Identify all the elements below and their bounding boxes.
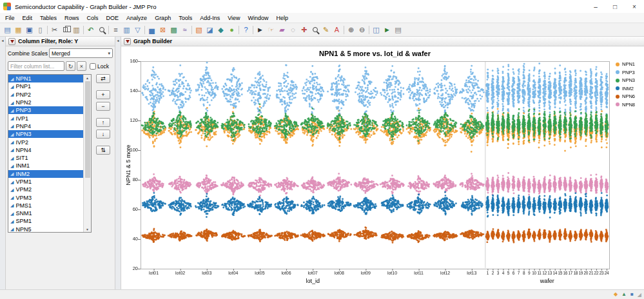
graph-panel-collapse-strip[interactable]: ◄ xyxy=(115,37,121,289)
data-filter-icon[interactable]: ▽ xyxy=(132,24,143,35)
graph-builder-red-triangle-button[interactable] xyxy=(124,38,131,45)
filter-panel-collapse-strip[interactable]: ◄ xyxy=(0,37,6,289)
menu-tables[interactable]: Tables xyxy=(36,13,61,23)
zoom-in-icon[interactable]: ⊕ xyxy=(346,24,356,35)
menu-add-ins[interactable]: Add-Ins xyxy=(196,13,224,23)
cut-icon[interactable]: ✂ xyxy=(49,24,60,35)
annotate-tool-icon[interactable]: A xyxy=(331,24,342,35)
column-item-npn4[interactable]: ◢NPN4 xyxy=(8,146,83,154)
move-up-button[interactable]: ↑ xyxy=(96,118,110,127)
legend-entry-npn8[interactable]: NPN8 xyxy=(616,102,635,108)
menu-doe[interactable]: DOE xyxy=(102,13,123,23)
map-icon[interactable]: ● xyxy=(226,24,237,35)
help-icon[interactable]: ? xyxy=(240,24,251,35)
fit-y-by-x-icon[interactable]: ⊠ xyxy=(157,24,168,35)
column-item-npn1[interactable]: ◢NPN1 xyxy=(8,75,83,82)
menu-graph[interactable]: Graph xyxy=(151,13,175,23)
new-data-table-icon[interactable]: ▤ xyxy=(2,24,13,35)
scroll-up-icon[interactable]: ▲ xyxy=(86,75,89,81)
undo-icon[interactable]: ↶ xyxy=(85,24,96,35)
menu-analyze[interactable]: Analyze xyxy=(122,13,151,23)
column-item-vpm2[interactable]: ◢VPM2 xyxy=(8,186,83,193)
print-icon[interactable]: ▯ xyxy=(35,24,46,35)
column-list[interactable]: ◢NPN1◢PNP1◢PNP2◢NPN2◢PNP3◢IVP1◢PNP4◢NPN3… xyxy=(8,74,92,233)
fit-model-icon[interactable]: ▩ xyxy=(168,24,179,35)
legend-entry-npn1[interactable]: NPN1 xyxy=(616,61,635,67)
maximize-button[interactable]: □ xyxy=(605,0,625,13)
menu-window[interactable]: Window xyxy=(244,13,273,23)
column-item-pnp3[interactable]: ◢PNP3 xyxy=(8,106,83,114)
chart-icon[interactable]: ◪ xyxy=(204,24,215,35)
filter-column-input[interactable] xyxy=(8,61,64,71)
chart-canvas[interactable] xyxy=(121,46,644,289)
lock-checkbox[interactable] xyxy=(90,63,96,70)
menu-edit[interactable]: Edit xyxy=(19,13,37,23)
open-icon[interactable]: ▦ xyxy=(13,24,24,35)
filter-refresh-button[interactable]: ↻ xyxy=(66,61,75,71)
column-item-sit1[interactable]: ◢SIT1 xyxy=(8,154,83,162)
column-item-npn5[interactable]: ◢NPN5 xyxy=(8,226,83,233)
scrollbar-thumb[interactable] xyxy=(85,81,90,178)
remove-column-button[interactable]: − xyxy=(96,102,110,111)
column-item-pnp2[interactable]: ◢PNP2 xyxy=(8,91,83,99)
distribution-icon[interactable]: ▅ xyxy=(146,24,157,35)
menu-view[interactable]: View xyxy=(224,13,244,23)
legend-entry-inm2[interactable]: INM2 xyxy=(616,86,635,92)
log-icon[interactable]: ▤ xyxy=(393,24,404,35)
hand-tool-icon[interactable]: ☞ xyxy=(266,24,277,35)
scatterplot-3d-icon[interactable]: ◆ xyxy=(215,24,226,35)
graph-builder-icon[interactable]: ▧ xyxy=(193,24,204,35)
close-button[interactable]: × xyxy=(625,0,644,13)
column-item-snm1[interactable]: ◢SNM1 xyxy=(8,209,83,217)
column-item-spm1[interactable]: ◢SPM1 xyxy=(8,217,83,225)
menu-rows[interactable]: Rows xyxy=(61,13,83,23)
column-item-ivp1[interactable]: ◢IVP1 xyxy=(8,114,83,122)
menu-cols[interactable]: Cols xyxy=(83,13,102,23)
columns-icon[interactable]: ▥ xyxy=(121,24,132,35)
resize-grip[interactable]: ◢ xyxy=(638,292,641,298)
status-table-icon[interactable]: ■ xyxy=(630,292,634,297)
column-item-npn3[interactable]: ◢NPN3 xyxy=(8,130,83,138)
save-icon[interactable]: ▣ xyxy=(24,24,35,35)
lasso-tool-icon[interactable]: ◌ xyxy=(288,24,298,35)
status-capability-icon[interactable]: ◆ xyxy=(614,292,618,297)
window-icon[interactable]: ◫ xyxy=(371,24,382,35)
column-item-vpm1[interactable]: ◢VPM1 xyxy=(8,178,83,186)
column-item-pnp4[interactable]: ◢PNP4 xyxy=(8,122,83,130)
x-axis-label-wafer[interactable]: wafer xyxy=(485,278,609,284)
filter-clear-button[interactable]: × xyxy=(77,61,86,71)
legend-entry-npn6[interactable]: NPN6 xyxy=(616,93,635,99)
menu-tools[interactable]: Tools xyxy=(175,13,196,23)
column-item-inm2[interactable]: ◢INM2 xyxy=(8,170,83,178)
column-item-vpm3[interactable]: ◢VPM3 xyxy=(8,193,83,201)
scroll-down-icon[interactable]: ▼ xyxy=(86,226,89,232)
profiler-icon[interactable]: ≈ xyxy=(179,24,190,35)
arrow-tool-icon[interactable]: ► xyxy=(255,24,266,35)
menu-file[interactable]: File xyxy=(1,13,19,23)
menu-help[interactable]: Help xyxy=(273,13,293,23)
x-axis-label-lot_id[interactable]: lot_id xyxy=(141,278,485,284)
status-script-icon[interactable]: ▲ xyxy=(621,292,627,297)
add-column-button[interactable]: + xyxy=(96,90,110,99)
magnifier-tool-icon[interactable] xyxy=(309,24,320,35)
move-down-button[interactable]: ↓ xyxy=(96,130,110,139)
column-item-inm1[interactable]: ◢INM1 xyxy=(8,162,83,169)
column-item-ivp2[interactable]: ◢IVP2 xyxy=(8,138,83,146)
minimize-button[interactable]: – xyxy=(586,0,605,13)
legend-entry-npn3[interactable]: NPN3 xyxy=(616,77,635,83)
combine-scales-dropdown[interactable]: Merged ▾ xyxy=(49,48,113,58)
brush-tool-icon[interactable]: ▰ xyxy=(277,24,288,35)
refresh-list-button[interactable]: ⇄ xyxy=(96,74,110,83)
column-item-pnp1[interactable]: ◢PNP1 xyxy=(8,82,83,90)
zoom-out-icon[interactable]: ⊖ xyxy=(356,24,367,35)
swap-button[interactable]: ⇅ xyxy=(96,146,110,155)
column-filter-red-triangle-button[interactable] xyxy=(8,38,15,45)
run-script-icon[interactable]: ► xyxy=(382,24,393,35)
column-item-pms1[interactable]: ◢PMS1 xyxy=(8,202,83,209)
legend-entry-pnp3[interactable]: PNP3 xyxy=(616,70,635,75)
column-list-scrollbar[interactable]: ▲ ▼ xyxy=(83,75,91,232)
crosshair-tool-icon[interactable]: ✚ xyxy=(298,24,309,35)
column-item-npn2[interactable]: ◢NPN2 xyxy=(8,99,83,106)
pen-tool-icon[interactable]: ✎ xyxy=(320,24,331,35)
rows-icon[interactable]: ≡ xyxy=(110,24,121,35)
